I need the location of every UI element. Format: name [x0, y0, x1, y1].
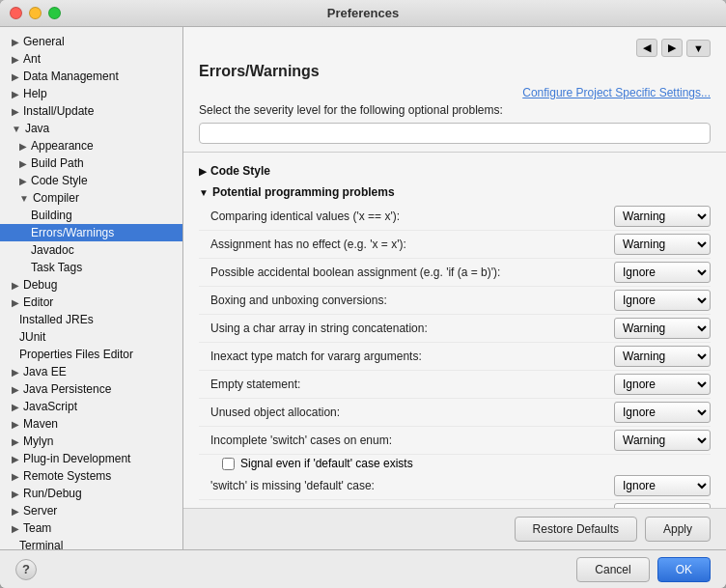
problem-row: Boxing and unboxing conversions:IgnoreWa…	[199, 287, 711, 315]
problem-row: Incomplete 'switch' cases on enum:Ignore…	[199, 427, 711, 455]
sidebar-label: Maven	[23, 417, 58, 431]
maximize-button[interactable]	[48, 7, 61, 19]
arrow-icon: ▶	[19, 141, 27, 152]
section-label: Potential programming problems	[212, 185, 395, 199]
cancel-button[interactable]: Cancel	[576, 557, 649, 582]
problem-label: 'switch' is missing 'default' case:	[210, 479, 614, 492]
sidebar-item-help[interactable]: ▶ Help	[0, 85, 182, 102]
sidebar-label: Compiler	[33, 191, 79, 205]
severity-select[interactable]: IgnoreWarningError	[614, 234, 711, 255]
sidebar-item-mylyn[interactable]: ▶ Mylyn	[0, 433, 182, 450]
sidebar-item-installed-jres[interactable]: Installed JREs	[0, 311, 182, 328]
sidebar-item-terminal[interactable]: Terminal	[0, 537, 182, 549]
problem-row: 'switch' is missing 'default' case:Ignor…	[199, 472, 711, 500]
sidebar-label: General	[23, 35, 65, 48]
apply-button[interactable]: Apply	[645, 517, 711, 542]
problem-row: Possible accidental boolean assignment (…	[199, 259, 711, 287]
sidebar-item-appearance[interactable]: ▶ Appearance	[0, 137, 182, 154]
checkbox-row: Signal even if 'default' case exists	[199, 455, 711, 472]
sidebar-label: Install/Update	[23, 104, 94, 118]
panel-header: ◀ ▶ ▼ Errors/Warnings Configure Project …	[183, 27, 726, 153]
severity-select[interactable]: IgnoreWarningError	[614, 318, 711, 339]
panel-body: ▶ Code Style ▼ Potential programming pro…	[183, 153, 726, 508]
problem-label: Unused object allocation:	[210, 406, 614, 419]
sidebar-label: Build Path	[31, 156, 84, 170]
minimize-button[interactable]	[29, 7, 42, 19]
severity-select[interactable]: IgnoreWarningError	[614, 346, 711, 367]
menu-button[interactable]: ▼	[686, 40, 711, 57]
sidebar-label: Remote Systems	[23, 469, 111, 483]
problem-row: Using a char array in string concatenati…	[199, 315, 711, 343]
forward-button[interactable]: ▶	[661, 39, 683, 57]
sidebar-item-general[interactable]: ▶ General	[0, 33, 182, 50]
sidebar-label: Help	[23, 87, 47, 100]
sidebar-label: Terminal	[19, 539, 63, 549]
sidebar-item-javascript[interactable]: ▶ JavaScript	[0, 398, 182, 415]
sidebar-label: JUnit	[19, 330, 45, 344]
problem-row: Comparing identical values ('x == x'):Ig…	[199, 203, 711, 231]
back-button[interactable]: ◀	[636, 39, 657, 57]
restore-defaults-button[interactable]: Restore Defaults	[515, 517, 637, 542]
sidebar-item-maven[interactable]: ▶ Maven	[0, 415, 182, 433]
severity-select[interactable]: IgnoreWarningError	[614, 374, 711, 395]
ok-button[interactable]: OK	[657, 557, 711, 582]
sidebar-item-install-update[interactable]: ▶ Install/Update	[0, 102, 182, 120]
sidebar-item-plugin-development[interactable]: ▶ Plug-in Development	[0, 450, 182, 467]
severity-select[interactable]: IgnoreWarningError	[614, 402, 711, 423]
arrow-icon: ▶	[19, 176, 27, 186]
section-arrow-icon: ▶	[199, 166, 207, 177]
signal-default-checkbox[interactable]	[222, 458, 235, 470]
severity-select[interactable]: IgnoreWarningError	[614, 206, 711, 227]
sidebar-item-server[interactable]: ▶ Server	[0, 502, 182, 519]
sidebar-item-java-persistence[interactable]: ▶ Java Persistence	[0, 380, 182, 398]
sidebar-item-debug[interactable]: ▶ Debug	[0, 276, 182, 294]
section-arrow-icon: ▼	[199, 187, 209, 198]
sidebar-item-building[interactable]: Building	[0, 207, 182, 224]
arrow-icon: ▶	[12, 71, 19, 82]
code-style-section[interactable]: ▶ Code Style	[199, 160, 711, 182]
sidebar-label: Code Style	[31, 174, 88, 187]
configure-link[interactable]: Configure Project Specific Settings...	[199, 86, 711, 99]
sidebar-item-java[interactable]: ▼ Java	[0, 120, 182, 137]
arrow-icon: ▶	[12, 54, 19, 65]
sidebar-item-build-path[interactable]: ▶ Build Path	[0, 154, 182, 172]
sidebar-item-data-management[interactable]: ▶ Data Management	[0, 68, 182, 85]
problem-row: 'switch' case fall-through:IgnoreWarning…	[199, 500, 711, 508]
problem-label: Comparing identical values ('x == x'):	[210, 210, 614, 223]
severity-select[interactable]: IgnoreWarningError	[614, 475, 711, 496]
sidebar-item-junit[interactable]: JUnit	[0, 328, 182, 346]
close-button[interactable]	[10, 7, 22, 19]
sidebar-item-code-style[interactable]: ▶ Code Style	[0, 172, 182, 189]
arrow-icon: ▶	[12, 106, 19, 117]
arrow-icon: ▶	[19, 158, 27, 169]
sidebar-item-team[interactable]: ▶ Team	[0, 519, 182, 537]
sidebar-label: Java EE	[23, 365, 67, 378]
arrow-icon: ▶	[12, 454, 19, 464]
sidebar-label: Server	[23, 504, 57, 518]
severity-select[interactable]: IgnoreWarningError	[614, 262, 711, 283]
sidebar-item-task-tags[interactable]: Task Tags	[0, 259, 182, 276]
sidebar-item-editor[interactable]: ▶ Editor	[0, 294, 182, 311]
severity-select[interactable]: IgnoreWarningError	[614, 290, 711, 311]
sidebar-item-java-ee[interactable]: ▶ Java EE	[0, 363, 182, 380]
right-panel: ◀ ▶ ▼ Errors/Warnings Configure Project …	[183, 27, 726, 549]
sidebar-item-run-debug[interactable]: ▶ Run/Debug	[0, 485, 182, 502]
sidebar-item-errors-warnings[interactable]: Errors/Warnings	[0, 224, 182, 241]
panel-title: Errors/Warnings	[199, 63, 711, 80]
sidebar-item-properties-files-editor[interactable]: Properties Files Editor	[0, 346, 182, 363]
sidebar-label: Plug-in Development	[23, 452, 130, 465]
help-button[interactable]: ?	[15, 559, 37, 580]
intro-text: Select the severity level for the follow…	[199, 103, 711, 117]
search-input[interactable]	[199, 123, 711, 144]
arrow-icon: ▶	[12, 471, 19, 482]
sidebar-item-remote-systems[interactable]: ▶ Remote Systems	[0, 467, 182, 485]
arrow-icon: ▶	[12, 384, 19, 395]
sidebar-item-compiler[interactable]: ▼ Compiler	[0, 189, 182, 207]
problem-row: Inexact type match for vararg arguments:…	[199, 343, 711, 371]
sidebar-item-ant[interactable]: ▶ Ant	[0, 50, 182, 68]
title-bar: Preferences	[0, 0, 726, 27]
sidebar-item-javadoc[interactable]: Javadoc	[0, 241, 182, 259]
severity-select[interactable]: IgnoreWarningError	[614, 430, 711, 451]
potential-problems-section[interactable]: ▼ Potential programming problems	[199, 182, 711, 203]
arrow-icon: ▶	[12, 89, 19, 99]
